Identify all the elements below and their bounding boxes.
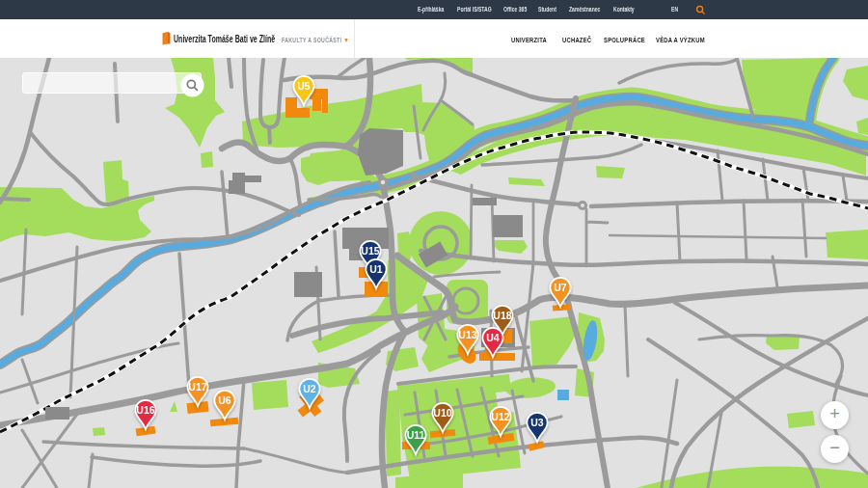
svg-text:U6: U6 [218,394,231,406]
svg-text:U15: U15 [361,245,379,257]
svg-text:U16: U16 [136,404,154,416]
svg-text:U13: U13 [458,329,476,340]
svg-text:U4: U4 [486,332,500,343]
svg-text:U5: U5 [297,80,311,92]
svg-text:U3: U3 [530,417,544,428]
svg-text:U2: U2 [303,383,316,394]
svg-text:U1: U1 [369,263,383,275]
svg-text:U10: U10 [433,407,451,419]
svg-text:U18: U18 [493,310,511,321]
svg-text:U11: U11 [407,429,425,441]
svg-text:U12: U12 [491,411,509,422]
svg-text:U7: U7 [554,282,567,293]
svg-text:U17: U17 [188,381,206,393]
